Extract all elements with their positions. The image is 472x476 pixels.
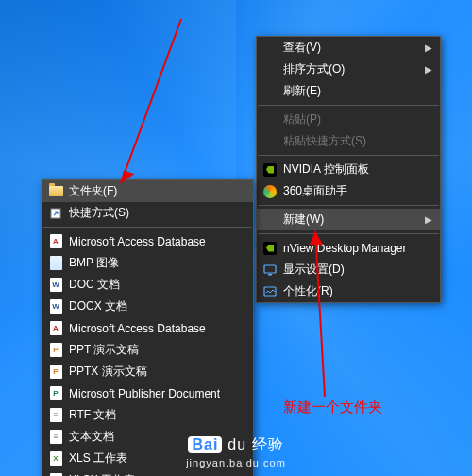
publisher-icon: P [48,386,63,401]
chevron-right-icon: ▶ [425,42,432,53]
chevron-right-icon: ▶ [425,214,432,225]
menu-new-rtf[interactable]: ≡RTF 文档 [42,404,253,426]
menu-label: RTF 文档 [69,407,116,423]
baidu-logo-icon: Bai [188,436,222,453]
menu-label: Microsoft Access Database [69,322,206,335]
context-menu-new: 文件夹(F) 快捷方式(S) AMicrosoft Access Databas… [42,179,254,476]
menu-label: PPT 演示文稿 [69,342,139,358]
svg-rect-1 [268,274,272,276]
menu-label: BMP 图像 [69,255,119,271]
menu-label: PPTX 演示文稿 [69,364,147,380]
annotation-caption: 新建一个文件夹 [283,399,382,416]
xlsx-icon: X [48,473,63,477]
menu-display-settings[interactable]: 显示设置(D) [257,259,440,280]
menu-new-access2[interactable]: AMicrosoft Access Database [42,317,253,339]
menu-view[interactable]: 查看(V)▶ [257,37,440,59]
watermark-product: 经验 [252,436,284,452]
context-menu-main: 查看(V)▶ 排序方式(O)▶ 刷新(E) 粘贴(P) 粘贴快捷方式(S) NV… [256,36,441,303]
ppt-icon: P [48,343,63,358]
svg-rect-0 [264,265,276,273]
menu-label: nView Desktop Manager [283,242,407,255]
menu-360-desktop[interactable]: 360桌面助手 [257,180,440,202]
watermark: Baidu 经验 jingyan.baidu.com [0,435,472,468]
pptx-icon: P [48,365,63,380]
menu-label: 快捷方式(S) [69,205,129,221]
folder-icon [48,184,63,199]
360-icon [262,184,278,199]
menu-new-bmp[interactable]: BMP 图像 [42,252,253,274]
bmp-icon [48,256,63,271]
nvidia-icon [262,162,278,178]
menu-label: 刷新(E) [283,83,321,99]
menu-label: Microsoft Access Database [69,235,206,248]
shortcut-icon [48,206,63,221]
menu-label: 360桌面助手 [283,183,347,199]
menu-label: 文件夹(F) [69,183,117,199]
menu-refresh[interactable]: 刷新(E) [257,80,440,102]
menu-label: 粘贴(P) [283,111,321,128]
watermark-du: du [228,436,246,452]
rtf-icon: ≡ [48,408,63,423]
menu-paste-shortcut: 粘贴快捷方式(S) [257,130,440,152]
menu-label: Microsoft Publisher Document [69,387,220,400]
chevron-right-icon: ▶ [425,64,432,75]
menu-label: XLSX 工作表 [69,472,135,476]
desktop[interactable]: 查看(V)▶ 排序方式(O)▶ 刷新(E) 粘贴(P) 粘贴快捷方式(S) NV… [0,0,472,476]
menu-paste: 粘贴(P) [257,109,440,130]
separator [258,233,439,234]
menu-label: NVIDIA 控制面板 [283,162,369,178]
menu-nview[interactable]: nView Desktop Manager [257,237,440,259]
menu-new-ppt[interactable]: PPPT 演示文稿 [42,339,253,361]
menu-new-docx[interactable]: WDOCX 文档 [42,296,253,317]
menu-new[interactable]: 新建(W)▶ [257,209,440,230]
nview-icon [262,241,278,256]
access-icon: A [48,321,63,336]
separator [258,155,439,156]
annotation-arrow-bottom [315,231,325,241]
menu-label: 粘贴快捷方式(S) [283,133,366,149]
menu-new-folder[interactable]: 文件夹(F) [42,180,253,202]
menu-new-doc[interactable]: WDOC 文档 [42,274,253,296]
menu-label: 查看(V) [283,40,321,56]
menu-new-publisher[interactable]: PMicrosoft Publisher Document [42,382,253,404]
menu-new-access[interactable]: AMicrosoft Access Database [42,230,253,252]
access-icon: A [48,234,63,249]
menu-label: DOC 文档 [69,277,120,293]
watermark-url: jingyan.baidu.com [0,457,472,468]
separator [258,205,439,206]
menu-label: 新建(W) [283,212,324,228]
menu-nvidia[interactable]: NVIDIA 控制面板 [257,159,440,180]
menu-label: 显示设置(D) [283,262,345,278]
menu-new-shortcut[interactable]: 快捷方式(S) [42,202,253,224]
menu-label: 排序方式(O) [283,61,345,77]
menu-label: 个性化(R) [283,283,333,299]
separator [258,105,439,106]
docx-icon: W [48,299,63,314]
menu-label: DOCX 文档 [69,298,127,314]
menu-sort[interactable]: 排序方式(O)▶ [257,59,440,80]
menu-personalize[interactable]: 个性化(R) [257,280,440,302]
annotation-arrow-top [121,19,130,28]
personalize-icon [262,284,278,299]
separator [43,227,252,228]
menu-new-xlsx[interactable]: XXLSX 工作表 [42,469,253,476]
display-icon [262,263,278,278]
doc-icon: W [48,278,63,293]
menu-new-pptx[interactable]: PPPTX 演示文稿 [42,361,253,382]
